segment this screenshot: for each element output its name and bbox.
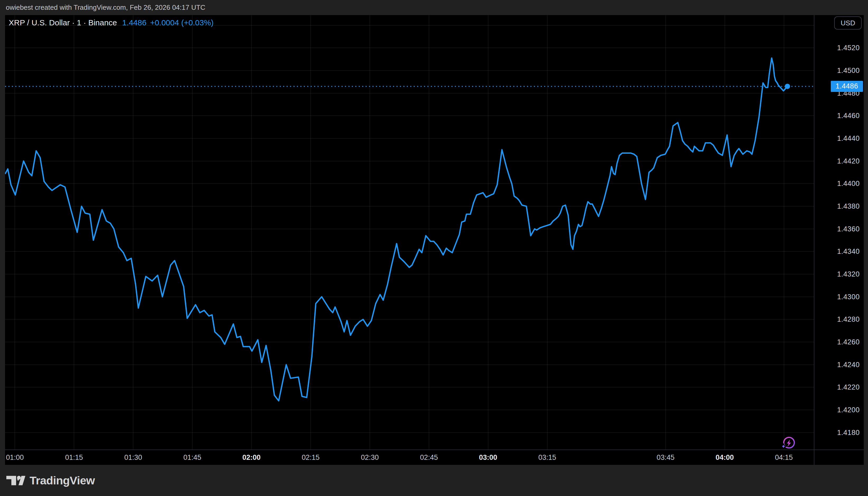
logo-wordmark: TradingView [30,474,95,487]
price-tick-label: 1.4300 [837,293,860,301]
attribution-text: owiebest created with TradingView.com, F… [6,0,205,15]
last-price-label: 1.4486 [831,81,863,92]
time-tick-label: 02:30 [361,453,379,462]
tradingview-logo[interactable]: TradingView [6,474,95,487]
time-tick-label: 01:45 [183,453,201,462]
price-tick-label: 1.4380 [837,202,860,210]
price-tick-label: 1.4180 [837,429,860,437]
symbol-change: +0.0004 (+0.03%) [150,18,214,27]
price-tick-label: 1.4400 [837,180,860,188]
price-line-series [5,58,788,401]
brand-bar: TradingView [0,465,868,496]
time-tick-label: 01:00 [6,453,24,462]
price-tick-label: 1.4260 [837,338,860,346]
time-tick-label: 02:45 [420,453,438,462]
time-tick-label: 04:15 [775,453,793,462]
price-tick-label: 1.4200 [837,406,860,414]
symbol-last-price: 1.4486 [122,18,146,27]
price-pane[interactable]: XRP / U.S. Dollar · 1 · Binance1.4486+0.… [5,15,814,450]
price-tick-label: 1.4220 [837,383,860,391]
attribution-bar: owiebest created with TradingView.com, F… [0,0,868,15]
tradingview-snapshot: owiebest created with TradingView.com, F… [0,0,868,496]
price-tick-label: 1.4280 [837,315,860,324]
sparkle-icon [780,444,786,449]
time-tick-label: 01:15 [65,453,83,462]
symbol-title: XRP / U.S. Dollar · 1 · Binance [9,18,117,27]
lightning-bolt-icon [787,439,791,447]
chart-canvas[interactable] [5,15,814,450]
price-tick-label: 1.4460 [837,112,860,120]
price-tick-label: 1.4320 [837,270,860,278]
symbol-legend-row[interactable]: XRP / U.S. Dollar · 1 · Binance1.4486+0.… [9,18,214,28]
boost-lightning-icon[interactable] [780,434,797,450]
time-tick-label: 03:00 [479,453,497,462]
price-tick-label: 1.4500 [837,66,860,75]
time-tick-label: 02:15 [302,453,320,462]
tradingview-logo-icon [6,476,25,485]
price-tick-label: 1.4360 [837,225,860,233]
time-tick-label: 04:00 [716,453,734,462]
time-tick-label: 01:30 [124,453,142,462]
price-tick-label: 1.4440 [837,134,860,142]
price-tick-label: 1.4240 [837,360,860,369]
time-tick-label: 03:45 [657,453,675,462]
chart-widget: XRP / U.S. Dollar · 1 · Binance1.4486+0.… [5,15,864,465]
price-axis[interactable]: USD 1.45201.45001.44801.44601.44401.4420… [815,15,864,450]
price-tick-label: 1.4520 [837,44,860,52]
time-tick-label: 02:00 [243,453,261,462]
price-tick-label: 1.4340 [837,247,860,255]
currency-unit-button[interactable]: USD [834,16,862,30]
time-tick-label: 03:15 [538,453,556,462]
time-axis[interactable]: 01:0001:1501:3001:4502:0002:1502:3002:45… [5,450,814,465]
price-tick-label: 1.4420 [837,157,860,165]
last-price-dot [785,84,790,89]
